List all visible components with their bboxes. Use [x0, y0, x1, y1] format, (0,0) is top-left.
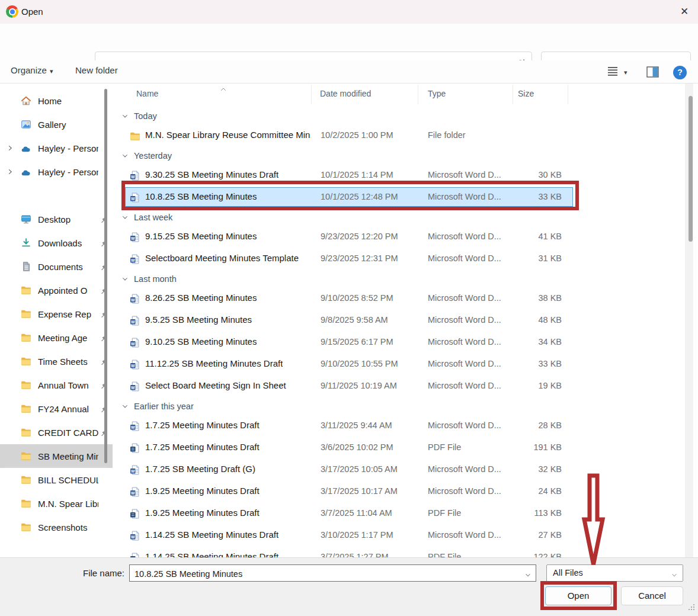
file-list-scrollbar-thumb[interactable]: [689, 96, 693, 242]
sidebar-item-annual-town[interactable]: Annual Town: [0, 373, 113, 397]
file-row[interactable]: W8.26.25 SB Meeting Minutes9/10/2025 8:5…: [116, 288, 687, 310]
file-type: PDF File: [428, 442, 461, 452]
sidebar-item-screenshots[interactable]: Screenshots: [0, 515, 113, 539]
preview-pane-icon[interactable]: [646, 66, 659, 80]
file-row[interactable]: M.N. Spear Library Reuse Committee Min..…: [116, 125, 687, 147]
close-button[interactable]: ✕: [671, 0, 698, 24]
file-row[interactable]: W1.14.25 SB Meeting Minutes Draft3/10/20…: [116, 525, 687, 547]
sidebar-item-expense-rep[interactable]: Expense Rep: [0, 302, 113, 326]
file-row[interactable]: W1.9.25 Meeting Minutes Draft3/17/2025 1…: [116, 481, 687, 503]
resize-grip[interactable]: [688, 603, 696, 614]
sidebar-item-m-n-spear-libra[interactable]: M.N. Spear Libra: [0, 492, 113, 515]
svg-text:W: W: [131, 197, 135, 201]
folder-icon: [20, 285, 32, 296]
sidebar-item-credit-card[interactable]: CREDIT CARD: [0, 421, 113, 444]
file-date-modified: 10/2/2025 1:00 PM: [321, 130, 393, 140]
file-name: 1.14.25 SB Meeting Minutes Draft: [145, 530, 278, 540]
file-row[interactable]: WSelectboard Meeting Minutes Template9/2…: [116, 248, 687, 270]
command-toolbar: Organize▾ New folder ▾ ?: [0, 60, 698, 84]
sidebar-item-appointed-o[interactable]: Appointed O: [0, 278, 113, 302]
group-label: Today: [134, 111, 157, 121]
pin-icon: [98, 428, 109, 437]
word-file-icon: W: [130, 232, 140, 242]
sidebar-item-bill-schedules[interactable]: BILL SCHEDULES: [0, 468, 113, 492]
file-row[interactable]: W9.10.25 SB Meeting Minutes9/15/2025 6:1…: [116, 332, 687, 354]
folder-file-icon: [130, 131, 140, 141]
file-name: 1.9.25 Meeting Minutes Draft: [145, 486, 260, 496]
view-mode-button[interactable]: ▾: [607, 66, 627, 79]
sidebar-item-documents[interactable]: Documents: [0, 255, 113, 278]
home-icon: [20, 95, 32, 106]
sidebar-item-desktop[interactable]: Desktop: [0, 207, 113, 231]
group-label: Last week: [134, 213, 172, 222]
file-row-selected[interactable]: W10.8.25 SB Meeting Minutes10/1/2025 12:…: [116, 187, 687, 208]
file-row[interactable]: W9.30.25 SB Meeting Minutes Draft10/1/20…: [116, 165, 687, 187]
open-dialog: Open ✕ Downloads SB Meeting Min: [0, 0, 698, 616]
file-date-modified: 10/1/2025 12:48 PM: [321, 192, 398, 201]
file-size: 113 KB: [489, 508, 562, 518]
file-size: 30 KB: [489, 170, 562, 179]
sidebar-item-meeting-age[interactable]: Meeting Age: [0, 326, 113, 349]
file-type: PDF File: [428, 508, 461, 518]
file-date-modified: 9/10/2025 10:55 PM: [321, 359, 398, 368]
sidebar-item-label: Meeting Age: [38, 333, 98, 343]
help-icon[interactable]: ?: [673, 66, 687, 79]
file-row[interactable]: 1.14.25 SB Meeting Minutes Draft3/7/2025…: [116, 547, 687, 557]
title-bar: Open ✕: [0, 0, 698, 24]
file-row[interactable]: 1.9.25 Meeting Minutes Draft3/7/2025 11:…: [116, 503, 687, 525]
file-type-value: All Files: [553, 568, 583, 578]
svg-text:W: W: [131, 386, 135, 390]
file-row[interactable]: W11.12.25 SB Meeting Minutes Draft9/10/2…: [116, 354, 687, 376]
file-size: 34 KB: [489, 337, 562, 346]
file-row[interactable]: 1.7.25 Meeting Minutes Draft3/6/2025 10:…: [116, 437, 687, 459]
sidebar-scrollbar[interactable]: [104, 89, 107, 463]
file-type-select[interactable]: All Files: [546, 564, 683, 582]
sidebar-item-label: CREDIT CARD: [38, 428, 98, 438]
sidebar-item-gallery[interactable]: Gallery: [0, 113, 113, 136]
file-date-modified: 9/11/2025 10:19 AM: [321, 381, 397, 390]
file-date-modified: 3/17/2025 10:05 AM: [321, 464, 398, 474]
sidebar-item-downloads[interactable]: Downloads: [0, 231, 113, 255]
svg-text:W: W: [131, 364, 135, 368]
file-name: 11.12.25 SB Meeting Minutes Draft: [145, 358, 283, 368]
cancel-button[interactable]: Cancel: [621, 586, 683, 605]
gallery-icon: [20, 119, 32, 130]
file-row[interactable]: W9.5.25 SB Meeting Minutes9/8/2025 9:58 …: [116, 310, 687, 332]
pin-icon: [98, 239, 109, 248]
file-row[interactable]: W1.7.25 SB Meeting Draft (G)3/17/2025 10…: [116, 459, 687, 481]
sidebar-item-home[interactable]: Home: [0, 89, 113, 113]
group-header-today[interactable]: Today: [116, 107, 687, 125]
sidebar-item-sb-meeting-min[interactable]: SB Meeting Min: [0, 444, 113, 468]
sidebar-item-fy24-annual[interactable]: FY24 Annual: [0, 397, 113, 421]
expand-chevron-icon[interactable]: [5, 168, 15, 175]
sidebar-item-time-sheets[interactable]: Time Sheets: [0, 349, 113, 373]
file-name-input[interactable]: [130, 565, 524, 582]
file-row[interactable]: WSelect Board Meeting Sign In Sheet9/11/…: [116, 376, 687, 397]
caret-down-icon: ▾: [50, 68, 53, 75]
file-size: 33 KB: [489, 359, 562, 368]
window-title: Open: [21, 0, 43, 24]
sidebar-item-hayley-persona[interactable]: Hayley - Persona: [0, 160, 113, 184]
open-button[interactable]: Open: [545, 586, 611, 605]
file-name: 1.14.25 SB Meeting Minutes Draft: [145, 551, 278, 557]
new-folder-button[interactable]: New folder: [75, 65, 118, 75]
sidebar-item-hayley-persona[interactable]: Hayley - Persona: [0, 136, 113, 160]
expand-chevron-icon[interactable]: [5, 145, 15, 152]
sidebar-item-label: BILL SCHEDULES: [38, 475, 98, 485]
organize-button[interactable]: Organize▾: [11, 65, 53, 75]
file-name: 9.5.25 SB Meeting Minutes: [145, 315, 252, 325]
group-header-last-month[interactable]: Last month: [116, 270, 687, 288]
word-file-icon: W: [130, 360, 140, 370]
pin-icon: [98, 381, 109, 390]
file-name-combobox: [129, 564, 536, 582]
chevron-down-icon[interactable]: [524, 570, 531, 581]
group-header-last-week[interactable]: Last week: [116, 208, 687, 226]
sidebar-item-label: Screenshots: [38, 522, 98, 532]
group-header-earlier-this-year[interactable]: Earlier this year: [116, 397, 687, 415]
dialog-footer: File name: All Files Open Cancel: [0, 557, 698, 616]
file-row[interactable]: W9.15.25 SB Meeting Minutes9/23/2025 12:…: [116, 226, 687, 248]
group-header-yesterday[interactable]: Yesterday: [116, 147, 687, 165]
pin-icon: [98, 357, 109, 366]
pin-icon: [98, 215, 109, 224]
file-row[interactable]: W1.7.25 Meeting Minutes Draft3/11/2025 9…: [116, 415, 687, 437]
